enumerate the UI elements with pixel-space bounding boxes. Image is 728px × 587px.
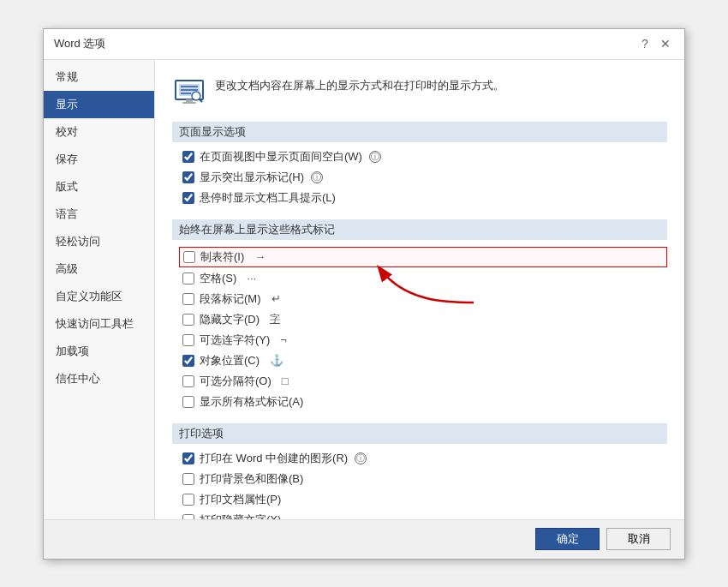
hidden-text-checkbox[interactable] [182,314,194,326]
sidebar-item-customize[interactable]: 自定义功能区 [44,283,154,310]
print-drawings-info-icon[interactable]: ⓘ [355,452,367,464]
show-highlight-checkbox[interactable] [182,171,194,183]
print-doc-props-checkbox[interactable] [182,494,194,506]
show-highlight-info-icon[interactable]: ⓘ [311,171,323,183]
list-item: 制表符(I) → [179,247,667,267]
section-print-options-body: 打印在 Word 中创建的图形(R) ⓘ 打印背景色和图像(B) 打印文档属性(… [172,451,667,519]
para-marks-symbol: ↵ [272,292,281,305]
dialog-body: 常规显示校对保存版式语言轻松访问高级自定义功能区快速访问工具栏加载项信任中心 [44,60,684,519]
optional-break-label: 可选分隔符(O) [200,374,272,389]
list-item: 显示突出显示标记(H) ⓘ [182,170,667,185]
tab-chars-label: 制表符(I) [200,249,244,265]
spaces-symbol: ··· [247,272,256,285]
section-format-marks: 始终在屏幕上显示这些格式标记 制表符(I) → [172,219,667,410]
description-text: 更改文档内容在屏幕上的显示方式和在打印时的显示方式。 [215,74,504,94]
sidebar-item-accessibility[interactable]: 轻松访问 [44,228,154,255]
list-item: 可选分隔符(O) □ [182,374,667,389]
print-drawings-label: 打印在 Word 中创建的图形(R) [200,451,348,466]
list-item: 打印文档属性(P) [182,492,667,507]
section-print-options: 打印选项 打印在 Word 中创建的图形(R) ⓘ 打印背景色和图像(B) [172,423,667,519]
print-bg-label: 打印背景色和图像(B) [200,471,303,487]
sidebar-item-language[interactable]: 语言 [44,201,154,228]
show-tooltip-checkbox[interactable] [182,192,194,204]
object-anchor-label: 对象位置(C) [200,353,260,368]
show-whitespace-label: 在页面视图中显示页面间空白(W) [200,149,362,165]
sidebar-item-advanced[interactable]: 高级 [44,255,154,283]
word-options-dialog: Word 选项 ? ✕ 常规显示校对保存版式语言轻松访问高级自定义功能区快速访问… [43,28,685,560]
sidebar-item-addins[interactable]: 加载项 [44,338,154,365]
close-button[interactable]: ✕ [657,35,674,52]
display-icon [172,74,206,108]
hidden-text-symbol: 字 [270,312,280,326]
svg-point-7 [192,92,200,100]
object-anchor-checkbox[interactable] [182,355,194,367]
print-bg-checkbox[interactable] [182,473,194,485]
sidebar-item-style[interactable]: 版式 [44,173,154,201]
title-controls: ? ✕ [636,35,674,52]
list-item: 空格(S) ··· [182,271,667,286]
sidebar-item-trustcenter[interactable]: 信任中心 [44,365,154,392]
svg-rect-6 [182,102,196,104]
list-item: 隐藏文字(D) 字 [182,312,667,327]
optional-break-checkbox[interactable] [182,375,194,387]
show-whitespace-info-icon[interactable]: ⓘ [369,151,381,163]
optional-break-symbol: □ [282,374,289,387]
cancel-button[interactable]: 取消 [606,528,671,550]
print-drawings-checkbox[interactable] [182,452,194,464]
svg-rect-5 [186,99,193,102]
main-content: 更改文档内容在屏幕上的显示方式和在打印时的显示方式。 页面显示选项 在页面视图中… [155,60,684,519]
show-tooltip-label: 悬停时显示文档工具提示(L) [200,190,336,206]
list-item: 打印背景色和图像(B) [182,471,667,487]
list-item: 打印在 Word 中创建的图形(R) ⓘ [182,451,667,466]
print-doc-props-label: 打印文档属性(P) [200,492,281,507]
tab-chars-symbol: → [254,250,266,263]
para-marks-label: 段落标记(M) [200,291,261,307]
para-marks-checkbox[interactable] [182,293,194,305]
scroll-area: 更改文档内容在屏幕上的显示方式和在打印时的显示方式。 页面显示选项 在页面视图中… [155,60,684,519]
section-format-marks-header: 始终在屏幕上显示这些格式标记 [172,219,667,240]
print-hidden-label: 打印隐藏文字(X) [200,512,281,519]
title-bar: Word 选项 ? ✕ [44,29,684,60]
description-row: 更改文档内容在屏幕上的显示方式和在打印时的显示方式。 [172,74,667,108]
all-format-checkbox[interactable] [182,396,194,408]
list-item: 可选连字符(Y) ¬ [182,332,667,348]
ok-button[interactable]: 确定 [535,528,600,550]
sidebar: 常规显示校对保存版式语言轻松访问高级自定义功能区快速访问工具栏加载项信任中心 [44,60,155,519]
show-highlight-label: 显示突出显示标记(H) [200,170,304,185]
optional-hyphen-label: 可选连字符(Y) [200,332,270,348]
help-button[interactable]: ? [636,35,653,52]
dialog-title: Word 选项 [54,36,105,51]
sidebar-item-save[interactable]: 保存 [44,146,154,173]
section-page-display: 页面显示选项 在页面视图中显示页面间空白(W) ⓘ 显示突出显示标记(H) ⓘ [172,122,667,206]
list-item: 打印隐藏文字(X) [182,512,667,519]
all-format-label: 显示所有格式标记(A) [200,394,303,410]
sidebar-item-quickaccess[interactable]: 快速访问工具栏 [44,310,154,338]
dialog-footer: 确定 取消 [44,519,684,559]
list-item: 段落标记(M) ↵ [182,291,667,307]
optional-hyphen-symbol: ¬ [280,333,287,346]
spaces-label: 空格(S) [200,271,236,286]
print-hidden-checkbox[interactable] [182,514,194,519]
show-whitespace-checkbox[interactable] [182,151,194,163]
list-item: 对象位置(C) ⚓ [182,353,667,368]
section-page-display-header: 页面显示选项 [172,122,667,142]
object-anchor-symbol: ⚓ [270,354,283,367]
list-item: 显示所有格式标记(A) [182,394,667,410]
list-item: 在页面视图中显示页面间空白(W) ⓘ [182,149,667,165]
sidebar-item-general[interactable]: 常规 [44,63,154,91]
tab-chars-checkbox[interactable] [183,251,195,263]
section-page-display-body: 在页面视图中显示页面间空白(W) ⓘ 显示突出显示标记(H) ⓘ 悬停时显示文档… [172,149,667,206]
section-print-options-header: 打印选项 [172,423,667,444]
list-item: 悬停时显示文档工具提示(L) [182,190,667,206]
section-format-marks-body: 制表符(I) → [172,247,667,410]
spaces-checkbox[interactable] [182,273,194,285]
optional-hyphen-checkbox[interactable] [182,334,194,346]
sidebar-item-proofing[interactable]: 校对 [44,118,154,146]
hidden-text-label: 隐藏文字(D) [200,312,260,327]
sidebar-item-display[interactable]: 显示 [44,91,154,118]
